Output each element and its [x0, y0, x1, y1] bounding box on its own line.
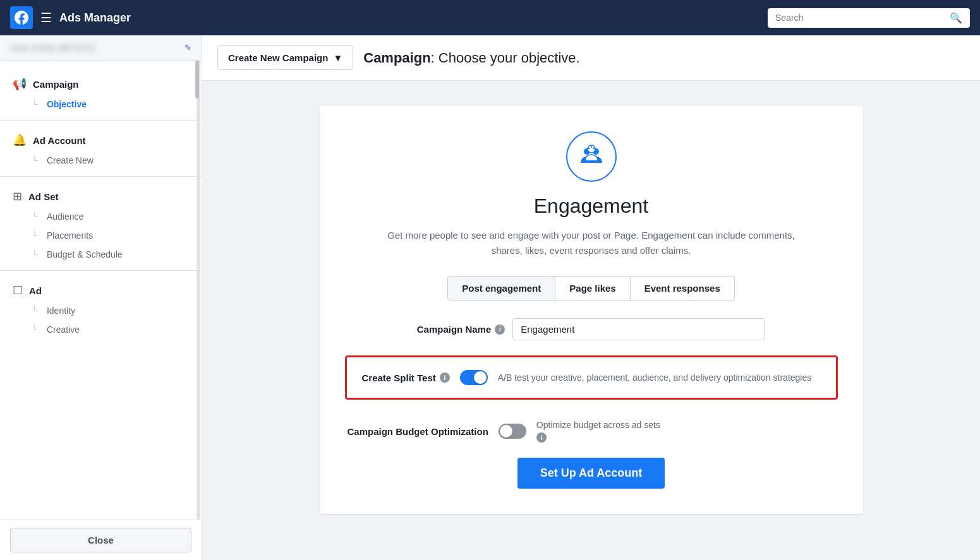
create-campaign-button[interactable]: Create New Campaign ▼ — [217, 45, 353, 70]
sidebar-item-placements-label: Placements — [47, 230, 93, 241]
top-navigation: ☰ Ads Manager 🔍 — [0, 0, 980, 35]
budget-optimization-desc-text: Optimize budget across ad sets — [536, 420, 660, 430]
hamburger-icon[interactable]: ☰ — [40, 10, 52, 25]
budget-optimization-toggle-thumb — [500, 425, 512, 438]
split-test-label-text: Create Split Test — [362, 372, 436, 383]
dropdown-chevron-icon: ▼ — [333, 52, 342, 63]
budget-optimization-label-text: Campaign Budget Optimization — [348, 426, 488, 437]
split-test-description: A/B test your creative, placement, audie… — [498, 372, 821, 383]
search-input[interactable] — [775, 13, 945, 23]
sidebar: Sean Hurley (8871071) ✎ 📢 Campaign Objec… — [0, 35, 202, 560]
svg-point-3 — [588, 148, 589, 149]
campaign-label-rest: : Choose your objective. — [431, 50, 580, 66]
objective-description: Get more people to see and engage with y… — [377, 228, 806, 258]
sidebar-scrollbar-track — [197, 61, 200, 520]
campaign-name-label: Campaign Name i — [417, 324, 505, 335]
sidebar-item-budget-schedule[interactable]: Budget & Schedule — [0, 245, 202, 264]
search-icon: 🔍 — [950, 12, 962, 24]
sidebar-item-creative-label: Creative — [47, 325, 80, 335]
budget-optimization-toggle[interactable] — [499, 424, 526, 439]
sidebar-item-audience-label: Audience — [47, 211, 83, 222]
sidebar-section-ad-set: ⊞ Ad Set Audience Placements Budget & Sc… — [0, 183, 202, 264]
split-test-label: Create Split Test i — [362, 372, 450, 383]
campaign-label-bold: Campaign — [363, 50, 430, 66]
svg-point-4 — [590, 146, 591, 148]
engagement-tabs: Post engagement Page likes Event respons… — [345, 276, 838, 301]
budget-optimization-description: Optimize budget across ad sets i — [536, 420, 835, 443]
tab-page-likes[interactable]: Page likes — [555, 276, 630, 301]
ad-icon: ☐ — [13, 283, 23, 297]
create-campaign-label: Create New Campaign — [228, 52, 328, 63]
facebook-logo — [10, 6, 33, 29]
split-test-toggle-track — [460, 370, 488, 385]
sidebar-item-create-new[interactable]: Create New — [0, 151, 202, 170]
setup-ad-account-button[interactable]: Set Up Ad Account — [517, 458, 665, 489]
search-bar[interactable]: 🔍 — [768, 8, 970, 28]
sidebar-section-ad-set-label: Ad Set — [28, 191, 59, 202]
svg-point-5 — [593, 148, 594, 149]
sidebar-scroll-area: 📢 Campaign Objective 🔔 Ad Account — [0, 61, 202, 520]
sidebar-item-placements[interactable]: Placements — [0, 226, 202, 245]
ad-set-icon: ⊞ — [13, 189, 22, 203]
main-layout: Sean Hurley (8871071) ✎ 📢 Campaign Objec… — [0, 35, 980, 560]
sidebar-nav: 📢 Campaign Objective 🔔 Ad Account — [0, 61, 202, 520]
sidebar-section-campaign-label: Campaign — [33, 79, 79, 90]
sidebar-item-objective-label: Objective — [47, 99, 87, 109]
sidebar-section-ad-account: 🔔 Ad Account Create New — [0, 127, 202, 170]
account-edit-icon[interactable]: ✎ — [185, 43, 191, 52]
engagement-icon — [578, 143, 605, 170]
objective-card: Engagement Get more people to see and en… — [320, 106, 863, 514]
campaign-name-label-text: Campaign Name — [417, 324, 492, 335]
sidebar-section-ad-set-header[interactable]: ⊞ Ad Set — [0, 183, 202, 207]
budget-optimization-label: Campaign Budget Optimization — [348, 426, 488, 437]
content-body: Engagement Get more people to see and en… — [202, 81, 980, 560]
sidebar-account-bar: Sean Hurley (8871071) ✎ — [0, 35, 202, 61]
sidebar-scrollbar-thumb[interactable] — [195, 61, 199, 98]
split-test-row: Create Split Test i A/B test your creati… — [362, 370, 821, 385]
campaign-objective-heading: Campaign: Choose your objective. — [363, 50, 579, 66]
budget-optimization-toggle-track — [499, 424, 526, 439]
sidebar-item-audience[interactable]: Audience — [0, 207, 202, 226]
sidebar-section-ad: ☐ Ad Identity Creative — [0, 277, 202, 339]
account-name: Sean Hurley (8871071) — [10, 43, 179, 52]
sidebar-item-objective[interactable]: Objective — [0, 95, 202, 114]
content-header: Create New Campaign ▼ Campaign: Choose y… — [202, 35, 980, 81]
split-test-section: Create Split Test i A/B test your creati… — [345, 355, 838, 400]
budget-optimization-info-icon[interactable]: i — [536, 432, 547, 443]
sidebar-item-identity[interactable]: Identity — [0, 301, 202, 320]
campaign-name-input[interactable] — [512, 318, 765, 340]
sidebar-footer: Close — [0, 520, 202, 560]
ad-account-icon: 🔔 — [13, 133, 27, 147]
objective-title: Engagement — [345, 194, 838, 218]
sidebar-item-create-new-label: Create New — [47, 155, 94, 165]
budget-optimization-row: Campaign Budget Optimization Optimize bu… — [345, 410, 838, 453]
sidebar-section-ad-account-header[interactable]: 🔔 Ad Account — [0, 127, 202, 151]
split-test-toggle[interactable] — [460, 370, 488, 385]
engagement-icon-wrap — [566, 131, 617, 182]
sidebar-item-identity-label: Identity — [47, 306, 75, 316]
app-title: Ads Manager — [59, 11, 760, 25]
sidebar-section-campaign-header[interactable]: 📢 Campaign — [0, 71, 202, 95]
campaign-name-info-icon[interactable]: i — [495, 325, 505, 335]
content-area: Create New Campaign ▼ Campaign: Choose y… — [202, 35, 980, 560]
close-button[interactable]: Close — [10, 528, 191, 552]
tab-event-responses[interactable]: Event responses — [631, 276, 735, 301]
campaign-icon: 📢 — [13, 77, 27, 91]
sidebar-section-ad-header[interactable]: ☐ Ad — [0, 277, 202, 301]
tab-post-engagement[interactable]: Post engagement — [447, 276, 555, 301]
split-test-toggle-thumb — [474, 371, 487, 384]
sidebar-section-ad-label: Ad — [29, 285, 42, 296]
split-test-info-icon[interactable]: i — [440, 372, 450, 383]
sidebar-item-budget-schedule-label: Budget & Schedule — [47, 249, 123, 259]
sidebar-item-creative[interactable]: Creative — [0, 320, 202, 339]
campaign-name-row: Campaign Name i — [345, 318, 838, 340]
sidebar-section-campaign: 📢 Campaign Objective — [0, 71, 202, 114]
sidebar-section-ad-account-label: Ad Account — [33, 135, 86, 146]
